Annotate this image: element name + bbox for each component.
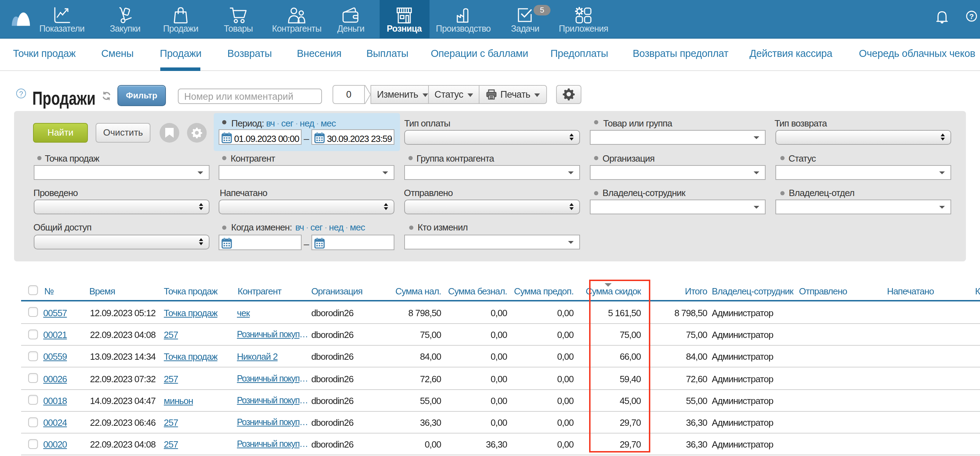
svg-text:?: ? (969, 12, 974, 21)
